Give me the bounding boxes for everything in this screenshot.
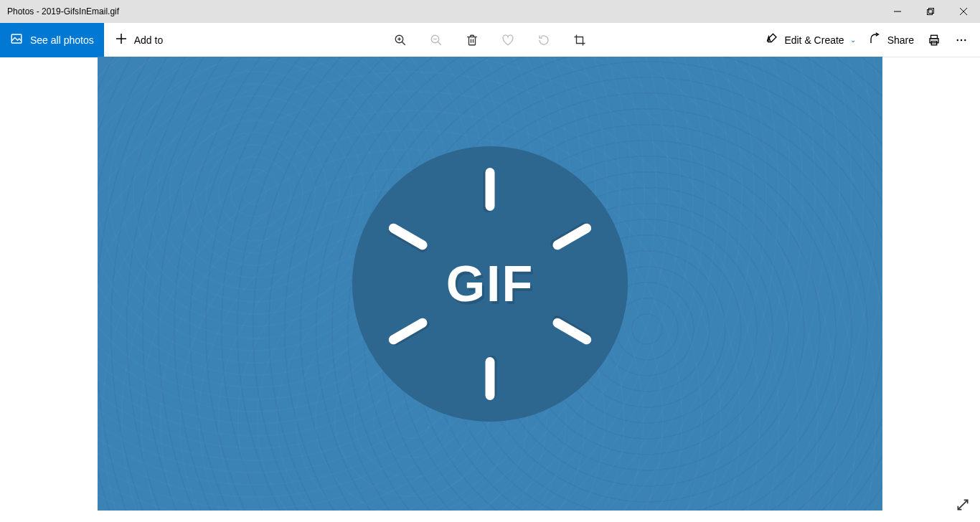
dashed-ring-icon	[393, 187, 587, 381]
share-icon	[869, 32, 882, 47]
app-toolbar: See all photos Add to E	[0, 23, 980, 57]
window-title: Photos - 2019-GifsInEmail.gif	[7, 6, 881, 16]
svg-line-9	[402, 42, 405, 45]
crop-button[interactable]	[573, 33, 587, 47]
photos-icon	[10, 32, 23, 47]
zoom-in-button[interactable]	[393, 33, 407, 47]
zoom-out-button[interactable]	[429, 33, 443, 47]
add-to-button[interactable]: Add to	[104, 23, 174, 57]
svg-line-24	[958, 500, 967, 509]
center-toolbar	[393, 33, 587, 47]
close-button[interactable]	[947, 0, 980, 23]
window-titlebar: Photos - 2019-GifsInEmail.gif	[0, 0, 980, 23]
svg-point-21	[957, 39, 958, 40]
share-button[interactable]: Share	[869, 32, 914, 47]
share-label: Share	[887, 34, 914, 46]
chevron-down-icon: ⌄	[850, 36, 856, 44]
svg-line-13	[438, 42, 441, 45]
gif-graphic-circle: GIF	[352, 146, 628, 422]
fullscreen-button[interactable]	[956, 498, 970, 515]
window-controls	[881, 0, 980, 23]
more-button[interactable]	[954, 33, 969, 47]
add-to-label: Add to	[134, 34, 163, 46]
see-all-label: See all photos	[30, 34, 94, 46]
content-area: GIF	[0, 57, 980, 522]
svg-point-23	[964, 39, 966, 40]
edit-create-label: Edit & Create	[784, 34, 844, 46]
image-canvas[interactable]: GIF	[98, 57, 882, 511]
print-button[interactable]	[927, 33, 941, 47]
maximize-button[interactable]	[914, 0, 947, 23]
see-all-photos-button[interactable]: See all photos	[0, 23, 104, 57]
right-toolbar: Edit & Create ⌄ Share	[765, 32, 980, 47]
svg-rect-1	[928, 10, 933, 15]
delete-button[interactable]	[465, 33, 479, 47]
minimize-button[interactable]	[881, 0, 914, 23]
favorite-button[interactable]	[501, 33, 515, 47]
edit-icon	[765, 32, 778, 47]
rotate-button[interactable]	[537, 33, 551, 47]
edit-create-button[interactable]: Edit & Create ⌄	[765, 32, 855, 47]
plus-icon	[116, 33, 127, 47]
svg-point-22	[961, 39, 962, 40]
svg-rect-2	[929, 9, 934, 14]
